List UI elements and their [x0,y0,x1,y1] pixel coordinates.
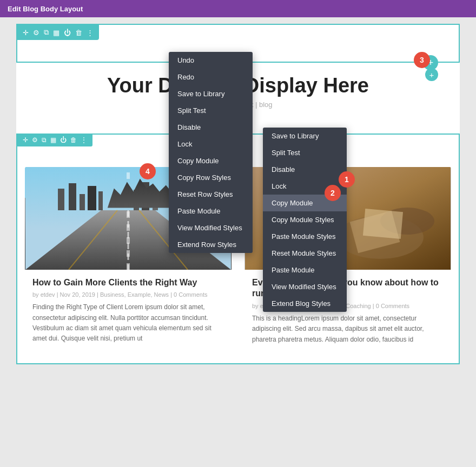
menu-lock[interactable]: Lock [169,136,253,152]
columns-icon[interactable]: ▦ [53,29,60,37]
menu-extend-row-styles[interactable]: Extend Row Styles [169,236,253,253]
menu-reset-row-styles[interactable]: Reset Row Styles [169,186,253,203]
menu-undo[interactable]: Undo [169,52,253,69]
add-row-button[interactable]: + [425,68,438,81]
context-menu-module: Save to Library Split Test Disable Lock … [263,128,347,312]
menu2-reset-module-styles[interactable]: Reset Module Styles [263,245,347,262]
top-bar-title: Edit Blog Body Layout [8,5,83,13]
svg-rect-7 [98,191,103,210]
menu-paste-module[interactable]: Paste Module [169,203,253,219]
menu2-disable[interactable]: Disable [263,161,347,178]
power-icon[interactable]: ⏻ [64,29,71,37]
menu2-paste-module[interactable]: Paste Module [263,262,347,278]
blog-card-2-text: This is a headingLorem ipsum dolor sit a… [252,313,444,345]
menu2-view-modified-styles[interactable]: View Modified Styles [263,278,347,295]
menu-copy-module[interactable]: Copy Module [169,152,253,169]
menu2-copy-module-styles[interactable]: Copy Module Styles [263,211,347,228]
card-power-icon[interactable]: ⏻ [60,136,67,144]
blog-card-1-body: How to Gain More Clients the Right Way b… [25,270,232,352]
menu2-save-to-library[interactable]: Save to Library [263,128,347,144]
card-settings-icon[interactable]: ⚙ [32,136,38,144]
card-clone-icon[interactable]: ⧉ [42,136,47,144]
svg-rect-10 [153,194,158,210]
badge-3: 3 [414,52,430,68]
settings-icon[interactable]: ⚙ [33,29,39,37]
menu-save-to-library[interactable]: Save to Library [169,85,253,102]
delete-icon[interactable]: 🗑 [75,29,82,37]
blog-card-1-meta: by etdev | Nov 20, 2019 | Business, Exam… [32,291,224,298]
menu2-split-test[interactable]: Split Test [263,144,347,161]
svg-rect-9 [142,182,149,210]
menu-redo[interactable]: Redo [169,69,253,85]
clone-icon[interactable]: ⧉ [44,28,49,37]
card-columns-icon[interactable]: ▦ [50,136,56,144]
svg-rect-6 [88,186,96,210]
card-toolbar: ✛ ⚙ ⧉ ▦ ⏻ 🗑 ⋮ [17,134,92,146]
badge-1: 1 [339,171,355,188]
svg-rect-17 [363,209,403,239]
menu-copy-row-styles[interactable]: Copy Row Styles [169,169,253,186]
menu2-paste-module-styles[interactable]: Paste Module Styles [263,228,347,245]
section-toolbar: ✛ ⚙ ⧉ ▦ ⏻ 🗑 ⋮ [17,25,99,40]
blog-card-1-title: How to Gain More Clients the Right Way [32,277,224,289]
more-icon[interactable]: ⋮ [87,29,94,37]
svg-rect-4 [69,183,76,210]
card-more-icon[interactable]: ⋮ [81,136,87,144]
badge-2: 2 [325,185,341,201]
menu-disable[interactable]: Disable [169,119,253,136]
svg-rect-8 [134,190,139,210]
card-move-icon[interactable]: ✛ [23,136,28,144]
menu-view-modified-styles[interactable]: View Modified Styles [169,219,253,236]
page: Edit Blog Body Layout ✛ ⚙ ⧉ ▦ ⏻ 🗑 ⋮ + + … [0,0,476,467]
svg-rect-3 [58,189,64,210]
top-bar: Edit Blog Body Layout [0,0,476,17]
card-delete-icon[interactable]: 🗑 [70,136,77,144]
badge-4: 4 [140,163,156,179]
context-menu-row: Undo Redo Save to Library Split Test Dis… [169,52,253,253]
menu2-extend-blog-styles[interactable]: Extend Blog Styles [263,295,347,312]
svg-rect-5 [80,194,85,210]
blog-card-1-text: Finding the Right Type of Client Lorem i… [32,302,224,344]
menu-split-test[interactable]: Split Test [169,102,253,119]
move-icon[interactable]: ✛ [23,29,29,37]
